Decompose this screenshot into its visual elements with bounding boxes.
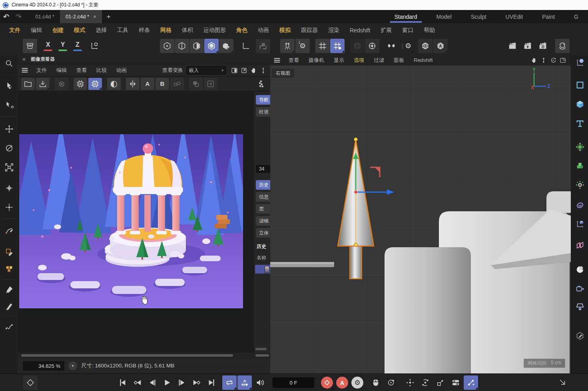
cancel-render-icon[interactable]: ⊗ [55,78,68,90]
hamburger-menu-icon[interactable] [273,57,281,64]
instance-icon[interactable] [572,237,587,253]
menu-tools[interactable]: 工具 [112,27,134,34]
orbit-icon[interactable] [548,56,558,65]
view-transform-select[interactable]: 嵌入 ▾ [186,66,226,75]
loop-playback-icon[interactable] [222,375,237,390]
previous-key-icon[interactable] [130,375,145,390]
tweak-tool-icon[interactable]: ⚙ [1,97,17,113]
compare-link-icon[interactable] [170,78,184,90]
current-frame-field[interactable]: 0 F [273,377,314,388]
transform-tool-icon[interactable] [1,180,17,196]
layers-icon[interactable] [189,78,203,90]
spline-pen-icon[interactable] [1,223,17,238]
tab-filter[interactable]: 滤镜 [256,216,270,226]
menu-mesh[interactable]: 网格 [155,27,177,34]
coordinate-system-icon[interactable] [87,39,102,53]
key-rotation-icon[interactable] [418,375,433,390]
compare-b-icon[interactable]: B [155,78,169,90]
effector-icon[interactable]: ⚙ [572,177,587,193]
autokey-range-icon[interactable]: A [237,375,252,390]
pv-menu-animation[interactable]: 动画 [112,67,132,74]
axis-y-lock-button[interactable]: Y [57,40,69,52]
doc-tab-active[interactable]: 01-2.c4d * × [60,10,102,23]
strip-scrollbar[interactable] [255,348,267,350]
pen-tool-icon[interactable] [1,298,17,314]
ram-flush-icon[interactable] [74,78,87,90]
plane-cut-icon[interactable] [1,244,17,260]
keyframe-diamond-icon[interactable] [23,375,38,390]
layout-tab-uvedit[interactable]: UVEdit [496,11,533,23]
viewport-filter-icon[interactable] [350,39,365,53]
vp-menu-cameras[interactable]: 摄像机 [304,57,329,64]
menu-file[interactable]: 文件 [4,27,26,34]
dolly-icon[interactable] [539,56,548,65]
key-position-icon[interactable] [403,375,417,390]
menu-select[interactable]: 选择 [90,27,112,34]
go-to-end-icon[interactable] [204,375,219,390]
menu-spline[interactable]: 样条 [134,27,155,34]
tab-histogram[interactable]: 柱状 [256,107,270,117]
record-keyframe-icon[interactable] [320,375,334,390]
color-contrast-icon[interactable]: ◐ [107,78,121,90]
solo-eye-icon[interactable] [418,39,433,53]
undo-icon[interactable]: ↶ [0,13,12,20]
pv-menu-view[interactable]: 查看 [72,67,92,74]
menu-volume[interactable]: 体积 [177,27,198,34]
camera-object-icon[interactable] [572,281,587,297]
snap-magnet-icon[interactable] [280,39,295,53]
vp-menu-display[interactable]: 显示 [329,57,349,64]
workplane-icon[interactable] [256,39,270,53]
volume-builder-icon[interactable] [572,158,587,174]
archive-box-icon[interactable] [23,39,37,53]
viewport-canvas[interactable]: 右视图 Y X Z 网格间距 5 cm [270,65,571,373]
texture-mode-icon[interactable] [219,39,233,53]
tab-stereo[interactable]: 立体 [256,228,270,238]
layout-tab-more[interactable]: G [564,11,588,23]
layout-tab-model[interactable]: Model [427,11,461,23]
scrollbar-thumb-right[interactable] [255,354,269,357]
next-key-icon[interactable] [189,375,204,390]
filter-worm-icon[interactable] [254,78,268,90]
close-tab-icon[interactable]: × [93,14,96,20]
pv-menu-edit[interactable]: 编辑 [52,67,72,74]
vp-menu-view[interactable]: 查看 [284,57,304,64]
rotate-tool-icon[interactable] [1,140,17,156]
render-view-icon[interactable] [505,39,520,53]
external-window-icon[interactable] [239,66,249,75]
interactive-render-icon[interactable] [555,39,570,53]
play-icon[interactable] [160,375,174,390]
modeling-settings-icon[interactable] [365,39,379,53]
picture-viewer-canvas[interactable] [18,91,254,353]
null-object-icon[interactable] [572,55,587,71]
scrollbar-thumb[interactable] [21,354,233,357]
menu-create[interactable]: 创建 [47,27,69,34]
key-parameter-icon[interactable] [448,375,463,390]
sky-object-icon[interactable] [572,262,587,278]
render-picture-viewer-icon[interactable] [520,39,535,53]
menu-character[interactable]: 角色 [231,27,253,34]
key-pla-icon[interactable] [464,375,478,390]
auto-mode-icon[interactable]: A [433,39,448,53]
layout-tab-paint[interactable]: Paint [532,11,564,23]
menu-redshift[interactable]: Redshift [345,27,375,34]
panel-close-icon[interactable]: ✕ [22,57,26,62]
pv-menu-file[interactable]: 文件 [32,67,52,74]
quantize-lock-icon[interactable] [330,39,345,53]
viewport-view-label[interactable]: 右视图 [272,69,294,78]
menu-mode[interactable]: 模式 [69,27,90,34]
autokeying-icon[interactable]: A [335,375,349,390]
zoom-percent-field[interactable]: 34.625 % [23,361,64,371]
open-folder-icon[interactable] [21,78,35,90]
layout-tab-standard[interactable]: Standard [385,11,427,23]
split-view-icon[interactable] [229,66,239,75]
key-scale-icon[interactable] [433,375,448,390]
horizontal-scrollbar[interactable] [18,353,270,358]
zoom-dropdown-icon[interactable]: ▾ [68,361,77,370]
enable-axis-icon[interactable] [238,39,253,53]
deformer-ring-icon[interactable] [572,197,587,213]
vp-menu-options[interactable]: 选项 [349,57,369,64]
tab-layer[interactable]: 层 [256,204,270,214]
live-selection-icon[interactable] [1,78,17,93]
toggle-maximize-icon[interactable] [558,56,568,65]
menu-window[interactable]: 窗口 [397,27,419,34]
